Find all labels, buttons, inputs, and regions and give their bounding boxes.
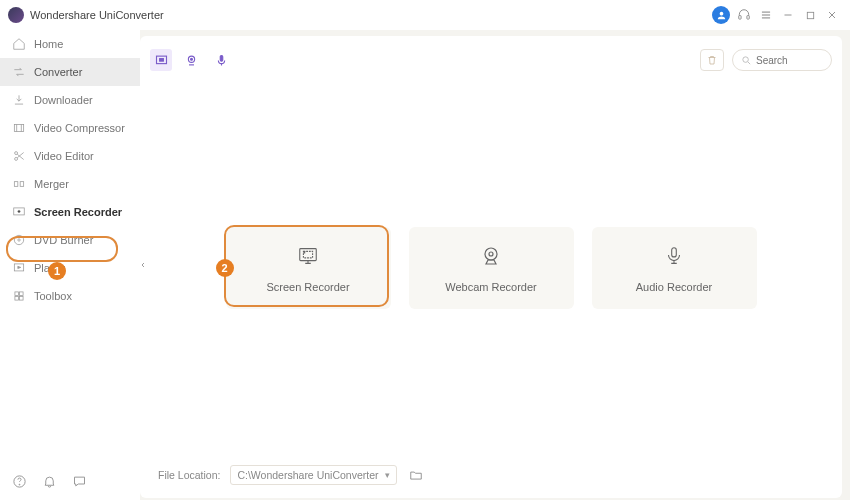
sidebar-item-merger[interactable]: Merger (0, 170, 140, 198)
svg-rect-0 (739, 16, 741, 19)
sidebar-item-label: Converter (34, 66, 82, 78)
svg-rect-6 (807, 12, 813, 18)
card-screen-recorder[interactable]: Screen Recorder 2 (226, 227, 391, 309)
svg-point-28 (190, 58, 192, 60)
card-label: Audio Recorder (636, 281, 712, 293)
file-location-label: File Location: (158, 469, 220, 481)
svg-point-10 (15, 152, 18, 155)
screen-icon (295, 243, 321, 269)
menu-icon[interactable] (756, 5, 776, 25)
play-icon (12, 261, 26, 275)
sidebar-item-video-editor[interactable]: Video Editor (0, 142, 140, 170)
recorder-cards: Screen Recorder 2 Webcam Recorder (150, 76, 832, 460)
card-label: Webcam Recorder (445, 281, 537, 293)
search-box[interactable] (732, 49, 832, 71)
svg-rect-21 (15, 297, 18, 301)
sidebar-item-label: Video Compressor (34, 122, 125, 134)
svg-point-16 (14, 235, 23, 244)
svg-rect-20 (20, 292, 23, 296)
content-panel: Screen Recorder 2 Webcam Recorder (140, 36, 842, 498)
tutorial-step-badge-2: 2 (216, 259, 234, 277)
titlebar: Wondershare UniConverter (0, 0, 850, 30)
card-label: Screen Recorder (266, 281, 349, 293)
mode-webcam-button[interactable] (180, 49, 202, 71)
merge-icon (12, 177, 26, 191)
search-icon (741, 55, 752, 66)
sidebar-item-home[interactable]: Home (0, 30, 140, 58)
converter-icon (12, 65, 26, 79)
headset-icon[interactable] (734, 5, 754, 25)
svg-point-30 (743, 56, 749, 62)
toolbox-icon (12, 289, 26, 303)
sidebar-item-screen-recorder[interactable]: Screen Recorder (0, 198, 140, 226)
svg-rect-13 (20, 182, 24, 187)
svg-rect-1 (747, 16, 749, 19)
svg-rect-22 (20, 297, 23, 301)
webcam-icon (478, 243, 504, 269)
app-title: Wondershare UniConverter (30, 9, 164, 21)
trash-button[interactable] (700, 49, 724, 71)
help-icon[interactable] (12, 474, 28, 490)
app-logo-icon (8, 7, 24, 23)
sidebar-item-label: Toolbox (34, 290, 72, 302)
sidebar-collapse-handle[interactable] (139, 245, 147, 285)
sidebar: Home Converter Downloader Video Compress… (0, 30, 140, 500)
svg-rect-19 (15, 292, 18, 296)
svg-rect-26 (159, 58, 163, 61)
user-avatar-icon[interactable] (712, 6, 730, 24)
scissors-icon (12, 149, 26, 163)
screen-recorder-icon (12, 205, 26, 219)
sidebar-item-dvd-burner[interactable]: DVD Burner (0, 226, 140, 254)
minimize-button[interactable] (778, 5, 798, 25)
file-location-path: C:\Wondershare UniConverter (237, 469, 378, 481)
main-area: Screen Recorder 2 Webcam Recorder (140, 30, 850, 500)
home-icon (12, 37, 26, 51)
mode-screen-button[interactable] (150, 49, 172, 71)
compress-icon (12, 121, 26, 135)
message-icon[interactable] (72, 474, 88, 490)
sidebar-item-video-compressor[interactable]: Video Compressor (0, 114, 140, 142)
microphone-icon (661, 243, 687, 269)
sidebar-item-label: Home (34, 38, 63, 50)
svg-rect-29 (220, 55, 223, 61)
sidebar-item-toolbox[interactable]: Toolbox (0, 282, 140, 310)
sidebar-item-label: Screen Recorder (34, 206, 122, 218)
svg-rect-31 (300, 249, 317, 261)
svg-point-24 (19, 484, 20, 485)
card-webcam-recorder[interactable]: Webcam Recorder (409, 227, 574, 309)
svg-rect-9 (14, 125, 23, 132)
disc-icon (12, 233, 26, 247)
sidebar-item-label: Merger (34, 178, 69, 190)
sidebar-item-label: Video Editor (34, 150, 94, 162)
panel-footer: File Location: C:\Wondershare UniConvert… (150, 460, 832, 490)
sidebar-item-label: DVD Burner (34, 234, 93, 246)
svg-point-33 (485, 248, 497, 260)
svg-rect-12 (14, 182, 18, 187)
sidebar-bottom (0, 464, 140, 500)
bell-icon[interactable] (42, 474, 58, 490)
svg-point-34 (489, 252, 493, 256)
svg-rect-35 (672, 248, 677, 257)
file-location-dropdown[interactable]: C:\Wondershare UniConverter ▾ (230, 465, 396, 485)
app-window: Wondershare UniConverter Home (0, 0, 850, 500)
download-icon (12, 93, 26, 107)
card-audio-recorder[interactable]: Audio Recorder (592, 227, 757, 309)
maximize-button[interactable] (800, 5, 820, 25)
svg-point-15 (18, 210, 20, 212)
sidebar-item-label: Downloader (34, 94, 93, 106)
open-folder-button[interactable] (407, 466, 425, 484)
svg-point-11 (15, 157, 18, 160)
chevron-down-icon: ▾ (385, 470, 390, 480)
mode-audio-button[interactable] (210, 49, 232, 71)
tutorial-step-badge-1: 1 (48, 262, 66, 280)
sidebar-item-downloader[interactable]: Downloader (0, 86, 140, 114)
sidebar-item-converter[interactable]: Converter (0, 58, 140, 86)
close-button[interactable] (822, 5, 842, 25)
svg-point-17 (18, 239, 20, 241)
mode-toolbar (150, 44, 832, 76)
search-input[interactable] (756, 55, 816, 66)
sidebar-item-player[interactable]: Player (0, 254, 140, 282)
